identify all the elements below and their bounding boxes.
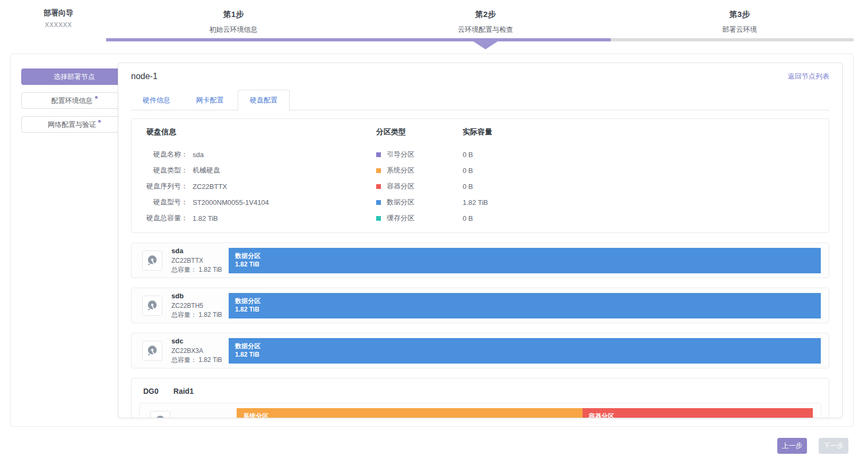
step-2-label: 云环境配置与检查 [458,25,513,34]
field-disk-serial: 硬盘序列号： ZC22BTTX [132,178,376,194]
raid-group-panel: DG0 Raid1 sdd 系统分区 容器分区 [131,378,829,418]
tab-nic-config[interactable]: 网卡配置 [184,90,235,110]
step-3-label: 部署云环境 [723,25,757,34]
legend-swatch-icon [376,200,381,205]
wizard-title: 部署向导 [21,8,96,18]
disk-info-title: 硬盘信息 [146,127,376,140]
partition-bar: 数据分区 1.82 TiB [229,248,821,273]
back-to-node-list-link[interactable]: 返回节点列表 [788,72,829,81]
node-title: node-1 [131,72,158,81]
sidebar-item-label: 选择部署节点 [54,73,95,81]
capacity-value: 0 B [463,210,492,226]
pending-dot-icon [98,120,101,123]
disk-row-sda[interactable]: sda ZC22BTTX 总容量： 1.82 TiB 数据分区 1.82 TiB [131,243,829,278]
hdd-icon [142,251,162,271]
disk-meta: sda ZC22BTTX 总容量： 1.82 TiB [171,246,229,275]
disk-serial: ZC22BTTX [171,256,229,265]
partition-segment-system: 系统分区 [237,408,583,419]
previous-step-button[interactable]: 上一步 [777,438,807,454]
partition-type-header: 分区类型 [376,127,414,140]
partition-segment-data: 数据分区 1.82 TiB [229,338,821,364]
partition-type-column: 分区类型 引导分区 系统分区 容器分区 [376,119,414,226]
legend-swatch-icon [376,168,381,173]
card-header: node-1 返回节点列表 [131,72,829,81]
step-1-label: 初始云环境信息 [210,25,258,34]
partition-bar: 数据分区 1.82 TiB [229,293,821,318]
disk-row-sdd[interactable]: sdd 系统分区 容器分区 [139,403,821,418]
wizard-subtitle: XXXXXX [21,21,96,29]
hdd-icon [142,341,162,361]
sidebar-item-label: 配置环境信息 [51,97,93,105]
step-1: 第1步 初始云环境信息 [210,10,258,34]
next-step-button[interactable]: 下一步 [819,438,848,454]
progress-fill [106,38,611,41]
partition-segment-data: 数据分区 1.82 TiB [229,293,821,318]
field-disk-type: 硬盘类型： 机械硬盘 [132,162,376,178]
hdd-icon [150,411,170,419]
disk-meta: sdb ZC22BTH5 总容量： 1.82 TiB [171,291,229,320]
wizard-brand: 部署向导 XXXXXX [21,8,96,29]
tab-disk-config[interactable]: 硬盘配置 [238,90,290,110]
legend-container-partition: 容器分区 [376,178,414,194]
disk-info-panel: 硬盘信息 硬盘名称： sda 硬盘类型： 机械硬盘 硬盘序列号： ZC22BTT… [131,118,829,233]
raid-level: Raid1 [173,387,194,395]
step-1-number: 第1步 [210,10,258,20]
disk-info-fields: 硬盘信息 硬盘名称： sda 硬盘类型： 机械硬盘 硬盘序列号： ZC22BTT… [132,119,376,226]
partition-bar: 系统分区 容器分区 [237,408,813,419]
hdd-icon [142,296,162,316]
disk-meta: sdd [179,416,237,418]
partition-segment-data: 数据分区 1.82 TiB [229,248,821,273]
field-disk-model: 硬盘型号： ST2000NM0055-1V4104 [132,194,376,210]
capacity-value: 1.82 TiB [463,194,492,210]
disk-name: sdc [171,336,229,347]
capacity-value: 0 B [463,146,492,162]
tab-bar: 硬件信息 网卡配置 硬盘配置 [131,90,829,110]
node-detail-card: node-1 返回节点列表 硬件信息 网卡配置 硬盘配置 硬盘信息 硬盘名称： … [118,63,843,418]
disk-capacity: 总容量： 1.82 TiB [171,265,229,274]
disk-serial: ZC22BTH5 [171,301,229,310]
disk-capacity: 总容量： 1.82 TiB [171,310,229,320]
legend-boot-partition: 引导分区 [376,146,414,162]
capacity-value: 0 B [463,162,492,178]
tab-hardware-info[interactable]: 硬件信息 [131,90,182,110]
current-step-arrow-icon [473,41,498,49]
legend-data-partition: 数据分区 [376,194,414,210]
pending-dot-icon [95,96,98,99]
disk-serial: ZC22BX3A [171,347,229,356]
disk-name: sda [171,246,229,256]
disk-meta: sdc ZC22BX3A 总容量： 1.82 TiB [171,336,229,365]
field-disk-total-capacity: 硬盘总容量： 1.82 TiB [132,210,376,226]
disk-name: sdd [179,416,237,418]
legend-swatch-icon [376,216,381,221]
legend-cache-partition: 缓存分区 [376,210,414,226]
sidebar: 选择部署节点 配置环境信息 网络配置与验证 [21,68,127,140]
legend-system-partition: 系统分区 [376,162,414,178]
step-3-number: 第3步 [723,10,757,20]
partition-segment-container: 容器分区 [583,408,813,419]
raid-group-header: DG0 Raid1 [143,387,821,395]
disk-row-sdc[interactable]: sdc ZC22BX3A 总容量： 1.82 TiB 数据分区 1.82 TiB [131,333,829,368]
actual-capacity-column: 实际容量 0 B 0 B 0 B 1.82 TiB 0 B [463,119,492,226]
step-3: 第3步 部署云环境 [723,10,757,34]
disk-capacity: 总容量： 1.82 TiB [171,356,229,365]
sidebar-item-label: 网络配置与验证 [48,120,96,128]
deployment-wizard-page: 部署向导 XXXXXX 第1步 初始云环境信息 第2步 云环境配置与检查 第3步… [0,0,868,466]
legend-swatch-icon [376,152,381,157]
disk-name: sdb [171,291,229,301]
actual-capacity-header: 实际容量 [463,127,492,140]
legend-swatch-icon [376,184,381,189]
raid-group-name: DG0 [143,387,159,395]
partition-bar: 数据分区 1.82 TiB [229,338,821,364]
wizard-footer: 上一步 下一步 [777,438,848,454]
step-2: 第2步 云环境配置与检查 [458,10,513,34]
disk-row-sdb[interactable]: sdb ZC22BTH5 总容量： 1.82 TiB 数据分区 1.82 TiB [131,288,829,323]
sidebar-item-config-env-info[interactable]: 配置环境信息 [21,92,127,109]
sidebar-item-network-config-verify[interactable]: 网络配置与验证 [21,116,127,133]
step-2-number: 第2步 [458,10,513,20]
capacity-value: 0 B [463,178,492,194]
field-disk-name: 硬盘名称： sda [132,146,376,162]
sidebar-item-select-deploy-node[interactable]: 选择部署节点 [21,68,127,85]
